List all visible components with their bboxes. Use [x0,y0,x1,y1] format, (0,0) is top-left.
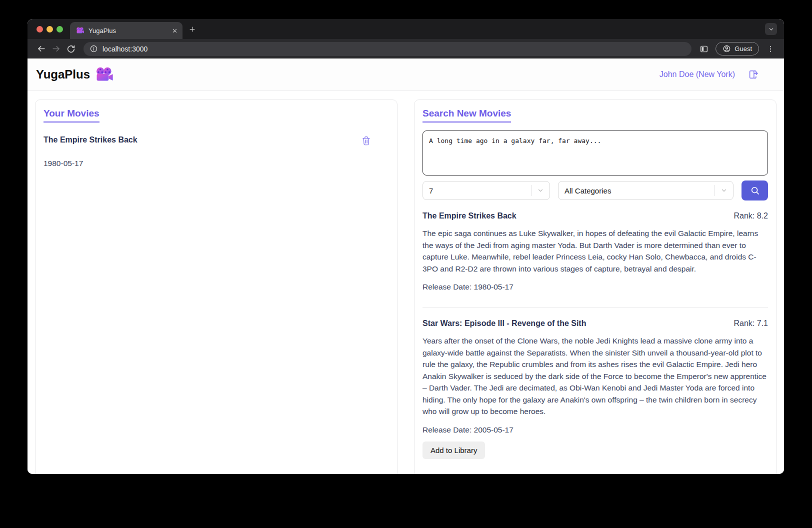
your-movies-panel: Your Movies The Empire Strikes Back 1980… [35,100,398,474]
brand-name: YugaPlus [36,68,90,82]
tab-title: YugaPlus [88,27,172,34]
search-result: The Empire Strikes Back Rank: 8.2 The ep… [422,212,768,292]
results-limit-value: 7 [423,186,531,195]
chevron-down-icon [532,187,550,194]
minimize-window-button[interactable] [46,26,53,32]
app-header: YugaPlus John Doe ( [28,58,784,91]
browser-window: YugaPlus localhost:3000 [28,19,784,474]
zoom-window-button[interactable] [56,26,63,32]
your-movies-heading: Your Movies [44,108,100,122]
reload-icon[interactable] [64,42,78,56]
tab-search-chevron-icon[interactable] [765,23,777,35]
category-value: All Categories [558,186,714,195]
yugaplus-page: YugaPlus John Doe ( [28,58,784,474]
result-header: Star Wars: Episode III - Revenge of the … [422,319,768,328]
result-rank: Rank: 7.1 [734,319,768,328]
result-description: Years after the onset of the Clone Wars,… [422,335,768,418]
library-movie-title: The Empire Strikes Back [44,136,138,144]
side-panel-icon[interactable] [696,42,712,56]
search-panel: Search New Movies A long time ago in a g… [414,100,776,474]
close-window-button[interactable] [36,26,43,32]
result-divider [422,308,768,308]
search-query-input[interactable]: A long time ago in a galaxy far, far awa… [422,130,768,176]
tab-strip: YugaPlus [28,19,784,39]
tab-close-icon[interactable] [172,28,178,34]
address-bar[interactable]: localhost:3000 [84,42,692,56]
search-result: Star Wars: Episode III - Revenge of the … [422,319,768,459]
traffic-lights [36,26,63,32]
add-to-library-button[interactable]: Add to Library [422,442,485,459]
library-movie-row: The Empire Strikes Back [44,136,389,146]
user-name[interactable]: John Doe (New York) [660,70,735,79]
back-icon[interactable] [34,42,48,56]
browser-toolbar: localhost:3000 Guest [28,39,784,58]
brand: YugaPlus [36,67,114,82]
url-text: localhost:3000 [102,45,148,53]
delete-movie-trash-icon[interactable] [362,136,371,146]
favicon-movie-camera-icon [76,27,84,34]
logout-icon[interactable] [748,69,759,80]
result-description: The epic saga continues as Luke Skywalke… [422,228,768,274]
new-tab-button[interactable] [188,26,196,33]
guest-avatar-icon [722,44,731,53]
main-content: Your Movies The Empire Strikes Back 1980… [28,91,784,474]
result-rank: Rank: 8.2 [734,212,768,220]
browser-tab[interactable]: YugaPlus [70,22,182,39]
movie-camera-logo-icon [95,67,114,82]
result-release-date: Release Date: 2005-05-17 [422,426,768,434]
guest-label: Guest [734,45,752,52]
search-button[interactable] [742,180,768,200]
forward-icon[interactable] [48,42,64,56]
browser-menu-icon[interactable] [763,42,778,56]
user-area: John Doe (New York) [660,69,759,80]
result-title: The Empire Strikes Back [422,212,516,220]
result-title: Star Wars: Episode III - Revenge of the … [422,319,586,328]
result-release-date: Release Date: 1980-05-17 [422,282,768,292]
search-icon [750,186,760,196]
library-movie-date: 1980-05-17 [44,159,389,168]
category-select[interactable]: All Categories [558,181,734,200]
search-controls: 7 All Categories [422,180,768,200]
result-header: The Empire Strikes Back Rank: 8.2 [422,212,768,220]
site-info-icon[interactable] [90,44,98,53]
chevron-down-icon [715,187,733,194]
results-limit-select[interactable]: 7 [422,181,550,200]
profile-button[interactable]: Guest [716,42,759,56]
search-heading: Search New Movies [422,108,511,122]
